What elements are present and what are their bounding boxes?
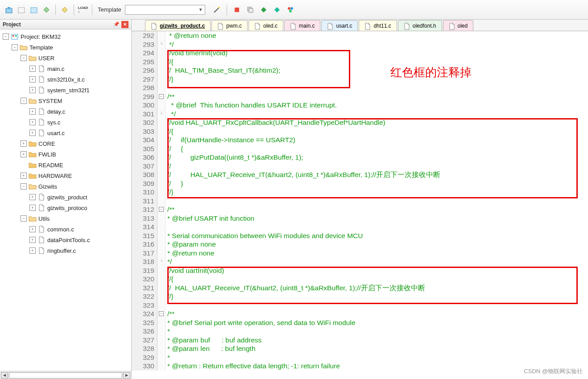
editor-tab[interactable]: usart.c bbox=[321, 20, 358, 31]
expand-icon[interactable]: − bbox=[21, 98, 27, 104]
code-viewport[interactable]: 2922932942952962972982993003013023033043… bbox=[132, 31, 588, 379]
template-dropdown[interactable]: ▼ bbox=[125, 5, 205, 15]
tree-node[interactable]: +CORE bbox=[0, 138, 131, 149]
code-line: * @brief This function handles USART IDL… bbox=[167, 101, 588, 110]
expand-icon[interactable]: + bbox=[29, 119, 36, 125]
fold-column[interactable]: └−└−└− bbox=[157, 31, 166, 371]
expand-icon[interactable]: + bbox=[21, 140, 27, 147]
editor-tab[interactable]: oledfont.h bbox=[398, 20, 442, 31]
tree-node[interactable]: +main.c bbox=[0, 63, 131, 74]
tree-label: system_stm32f1 bbox=[47, 87, 90, 94]
tree-node[interactable]: +gizwits_product bbox=[0, 192, 131, 202]
tree-node[interactable]: +stm32f10x_it.c bbox=[0, 74, 131, 85]
tb-icon-1[interactable] bbox=[4, 4, 14, 15]
editor-tab[interactable]: main.c bbox=[284, 20, 320, 31]
expand-icon[interactable]: + bbox=[29, 76, 36, 82]
editor-tab[interactable]: oled.c bbox=[248, 20, 283, 31]
tb-load-icon[interactable]: LOAD↕ bbox=[78, 4, 88, 15]
tb-icon-3[interactable] bbox=[29, 4, 39, 15]
line-number: 319 bbox=[132, 266, 154, 275]
scroll-track[interactable] bbox=[9, 372, 122, 379]
tab-label: oledfont.h bbox=[413, 23, 436, 29]
tree-node[interactable]: +ringbuffer.c bbox=[0, 245, 131, 256]
expand-icon[interactable]: + bbox=[29, 226, 36, 232]
line-number: 297 bbox=[132, 75, 154, 84]
expand-icon[interactable]: + bbox=[29, 247, 36, 254]
fold-open-icon[interactable]: − bbox=[159, 311, 164, 316]
tb-green-diamond-icon[interactable] bbox=[258, 4, 269, 15]
svg-marker-4 bbox=[62, 7, 67, 12]
editor-tab[interactable]: oled bbox=[443, 20, 474, 31]
tb-icon-4[interactable] bbox=[41, 4, 52, 15]
tree-node[interactable]: +HARDWARE bbox=[0, 170, 131, 181]
expand-icon[interactable]: − bbox=[21, 183, 27, 190]
tree-node[interactable]: +gizwits_protoco bbox=[0, 202, 131, 213]
tree-label: CORE bbox=[38, 140, 55, 147]
pin-icon[interactable]: 📌 bbox=[113, 21, 120, 27]
tree-node[interactable]: −SYSTEM bbox=[0, 95, 131, 106]
tb-wand-icon[interactable] bbox=[211, 4, 222, 15]
code-line: * bbox=[167, 353, 588, 362]
expand-icon[interactable]: + bbox=[29, 237, 36, 243]
code-line: // bbox=[167, 162, 588, 171]
tree-node[interactable]: +delay.c bbox=[0, 106, 131, 117]
tb-multi-icon[interactable] bbox=[285, 4, 296, 15]
tree-node[interactable]: +dataPointTools.c bbox=[0, 235, 131, 245]
hscroll-bar[interactable]: ◀ ▶ bbox=[0, 371, 131, 379]
tb-red-icon[interactable] bbox=[232, 4, 242, 15]
tb-copy-icon[interactable] bbox=[245, 4, 256, 15]
expand-icon[interactable]: + bbox=[21, 151, 27, 157]
line-number: 320 bbox=[132, 275, 154, 284]
scroll-left-icon[interactable]: ◀ bbox=[1, 372, 8, 379]
line-number: 318 bbox=[132, 257, 154, 266]
toolbar-separator bbox=[74, 4, 74, 15]
expand-icon[interactable]: + bbox=[29, 130, 36, 136]
tree-node[interactable]: −Template bbox=[0, 42, 131, 53]
expand-icon[interactable]: − bbox=[21, 215, 27, 222]
tree-node[interactable]: +FWLIB bbox=[0, 149, 131, 160]
code-line: * @brief USART init function bbox=[167, 214, 588, 223]
tree-node[interactable]: +sys.c bbox=[0, 117, 131, 128]
fold-open-icon[interactable]: − bbox=[159, 207, 164, 212]
code-line: /** bbox=[167, 205, 588, 214]
panel-header: Project 📌 ✕ bbox=[0, 20, 131, 29]
tb-icon-2[interactable] bbox=[16, 4, 27, 15]
line-number: 328 bbox=[132, 344, 154, 353]
tb-icon-5[interactable] bbox=[59, 4, 70, 15]
expand-icon[interactable]: + bbox=[29, 87, 36, 93]
tree-node[interactable]: −Gizwits bbox=[0, 181, 131, 192]
tree-label: stm32f10x_it.c bbox=[47, 76, 85, 83]
code-line: /** bbox=[167, 309, 588, 318]
tree-node[interactable]: +system_stm32f1 bbox=[0, 85, 131, 95]
expand-icon[interactable]: + bbox=[29, 205, 36, 211]
editor-tab[interactable]: gizwits_product.c bbox=[145, 20, 211, 31]
expand-icon[interactable]: + bbox=[21, 173, 27, 179]
tree-node[interactable]: +usart.c bbox=[0, 128, 131, 138]
line-number: 292 bbox=[132, 31, 154, 40]
expand-icon[interactable]: − bbox=[12, 44, 18, 50]
tree-node[interactable]: README bbox=[0, 160, 131, 170]
editor-tab[interactable]: pwm.c bbox=[211, 20, 248, 31]
code-lines[interactable]: * @return none *///void timerInit(void)/… bbox=[166, 31, 588, 371]
editor-tab[interactable]: dht11.c bbox=[359, 20, 397, 31]
tb-teal-diamond-icon[interactable] bbox=[272, 4, 282, 15]
expand-icon[interactable]: − bbox=[21, 55, 27, 61]
code-line: * Serial communication between WiFi modu… bbox=[167, 231, 588, 240]
expand-icon[interactable]: − bbox=[3, 33, 9, 40]
tree-node[interactable]: −USER bbox=[0, 53, 131, 63]
file-icon bbox=[217, 23, 224, 29]
svg-marker-9 bbox=[261, 7, 266, 12]
project-tree[interactable]: −Project: BKM32−Template−USER+main.c+stm… bbox=[0, 29, 131, 371]
close-panel-button[interactable]: ✕ bbox=[121, 21, 128, 28]
scroll-right-icon[interactable]: ▶ bbox=[123, 372, 130, 379]
fold-open-icon[interactable]: − bbox=[159, 94, 164, 99]
code-line: // { bbox=[167, 144, 588, 153]
tree-node[interactable]: −Utils bbox=[0, 213, 131, 224]
tree-node[interactable]: −Project: BKM32 bbox=[0, 31, 131, 42]
tree-label: SYSTEM bbox=[38, 98, 62, 104]
line-number: 322 bbox=[132, 292, 154, 301]
tree-node[interactable]: +common.c bbox=[0, 224, 131, 235]
expand-icon[interactable]: + bbox=[29, 194, 36, 200]
expand-icon[interactable]: + bbox=[29, 108, 36, 115]
expand-icon[interactable]: + bbox=[29, 66, 36, 72]
